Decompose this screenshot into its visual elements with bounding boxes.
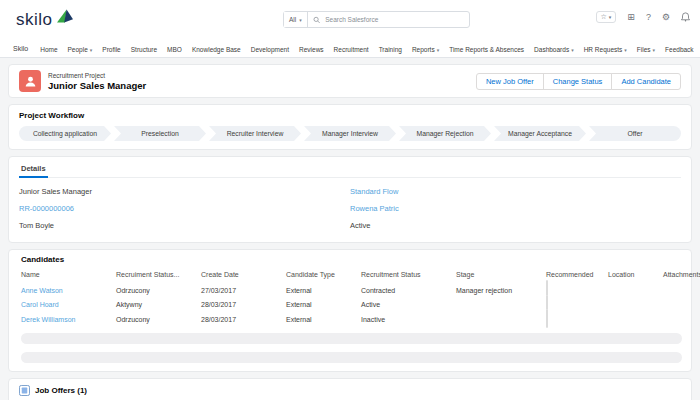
detail-field-junior-sales-manager: Junior Sales Manager bbox=[19, 183, 350, 200]
cell-create-date: 27/03/2017 bbox=[201, 287, 286, 294]
nav-tab-reviews[interactable]: Reviews bbox=[297, 40, 326, 57]
detail-field-rr-0000000006[interactable]: RR-0000000006 bbox=[19, 200, 350, 217]
column-header-candidate-type[interactable]: Candidate Type bbox=[286, 268, 361, 281]
search-input[interactable] bbox=[323, 15, 464, 24]
record-identity: Recruitment Project Junior Sales Manager bbox=[19, 70, 146, 92]
tab-details[interactable]: Details bbox=[19, 162, 48, 178]
search-scope-label: All bbox=[289, 16, 296, 23]
workflow-stage-manager-acceptance[interactable]: Manager Acceptance bbox=[494, 126, 586, 141]
table-row: Derek WilliamsonOdrzucony28/03/2017Exter… bbox=[9, 310, 691, 325]
job-offers-title: Job Offers (1) bbox=[35, 386, 87, 395]
logo-text: skilo bbox=[16, 11, 53, 28]
placeholder-bar bbox=[21, 352, 682, 363]
column-header-location[interactable]: Location bbox=[608, 268, 663, 281]
nav-tab-feedback[interactable]: Feedback bbox=[663, 40, 696, 57]
workflow-stage-manager-rejection[interactable]: Manager Rejection bbox=[399, 126, 491, 141]
record-header-card: Recruitment Project Junior Sales Manager… bbox=[8, 64, 692, 98]
workflow-stage-manager-interview[interactable]: Manager Interview bbox=[304, 126, 396, 141]
column-header-recruitment-status[interactable]: Recruitment Status bbox=[361, 268, 456, 281]
new-job-offer-button[interactable]: New Job Offer bbox=[476, 73, 544, 90]
nav-tab-mbo[interactable]: MBO bbox=[165, 40, 184, 57]
nav-tab-label: Home bbox=[40, 46, 57, 53]
nav-tab-dashboards[interactable]: Dashboards▾ bbox=[532, 40, 576, 57]
chevron-down-icon: ▾ bbox=[609, 14, 612, 20]
search-icon bbox=[313, 16, 320, 24]
global-search: All ▾ bbox=[283, 11, 470, 28]
nav-tab-label: Files bbox=[637, 46, 651, 53]
nav-tab-profile[interactable]: Profile bbox=[100, 40, 122, 57]
nav-tab-label: People bbox=[68, 46, 88, 53]
nav-tab-label: Training bbox=[379, 46, 402, 53]
details-card: Details Junior Sales ManagerRR-000000000… bbox=[8, 156, 692, 243]
help-icon[interactable]: ? bbox=[646, 13, 651, 22]
workflow-title: Project Workflow bbox=[19, 111, 681, 120]
nav-tab-recruitment[interactable]: Recruitment bbox=[332, 40, 371, 57]
cell-recommended bbox=[546, 310, 608, 328]
workflow-path: Collecting applicationPreselectionRecrui… bbox=[19, 126, 681, 141]
nav-tab-label: Reviews bbox=[299, 46, 324, 53]
nav-tab-structure[interactable]: Structure bbox=[129, 40, 159, 57]
candidates-table-body: Anne WatsonOdrzucony27/03/2017ExternalCo… bbox=[9, 281, 691, 325]
candidate-name-link[interactable]: Carol Hoard bbox=[21, 301, 116, 308]
cell-candidate-type: External bbox=[286, 316, 361, 323]
search-box bbox=[308, 12, 469, 27]
nav-tab-label: Dashboards bbox=[534, 46, 569, 53]
column-header-recommended[interactable]: Recommended bbox=[546, 268, 608, 281]
favorites-icon[interactable]: ☆ ▾ bbox=[596, 11, 617, 23]
column-header-attachments[interactable]: Attachments bbox=[663, 268, 700, 281]
detail-field-rowena-patric[interactable]: Rowena Patric bbox=[350, 200, 681, 217]
chevron-down-icon: ▾ bbox=[299, 17, 302, 23]
nav-tab-training[interactable]: Training bbox=[377, 40, 404, 57]
add-box-icon[interactable]: ⊞ bbox=[627, 13, 635, 22]
details-right-column: Standard FlowRowena PatricActive bbox=[350, 183, 681, 234]
nav-tab-home[interactable]: Home bbox=[38, 40, 59, 57]
workflow-stage-offer[interactable]: Offer bbox=[589, 126, 681, 141]
candidate-name-link[interactable]: Derek Williamson bbox=[21, 316, 116, 323]
job-offers-card: Job Offers (1) bbox=[8, 378, 692, 400]
cell-candidate-type: External bbox=[286, 287, 361, 294]
nav-tab-time-reports-absences[interactable]: Time Reports & Absences bbox=[447, 40, 526, 57]
nav-tab-label: MBO bbox=[167, 46, 182, 53]
notifications-bell-icon[interactable] bbox=[681, 12, 690, 22]
logo-triangle-icon bbox=[55, 8, 75, 24]
workflow-stage-recruiter-interview[interactable]: Recruiter Interview bbox=[209, 126, 301, 141]
navigation-bar: Skilo HomePeople▾ProfileStructureMBOKnow… bbox=[0, 40, 700, 58]
candidate-name-link[interactable]: Anne Watson bbox=[21, 287, 116, 294]
workflow-stage-preselection[interactable]: Preselection bbox=[114, 126, 206, 141]
job-offers-header[interactable]: Job Offers (1) bbox=[19, 385, 681, 396]
column-header-name[interactable]: Name bbox=[21, 268, 116, 281]
change-status-button[interactable]: Change Status bbox=[543, 73, 613, 90]
nav-tab-knowledge-base[interactable]: Knowledge Base bbox=[190, 40, 243, 57]
column-header-stage[interactable]: Stage bbox=[456, 268, 546, 281]
cell-recruitment-status: Active bbox=[361, 301, 456, 308]
nav-tab-reports[interactable]: Reports▾ bbox=[410, 40, 441, 57]
project-workflow-card: Project Workflow Collecting applicationP… bbox=[8, 104, 692, 150]
nav-tab-label: Knowledge Base bbox=[192, 46, 241, 53]
column-header-create-date[interactable]: Create Date bbox=[201, 268, 286, 281]
nav-tab-people[interactable]: People▾ bbox=[66, 40, 95, 57]
workflow-stage-collecting-application[interactable]: Collecting application bbox=[19, 126, 111, 141]
candidates-table-header: NameRecruiment Status...Create DateCandi… bbox=[9, 268, 691, 281]
candidates-card: Candidates NameRecruiment Status...Creat… bbox=[8, 249, 692, 372]
setup-gear-icon[interactable]: ⚙ bbox=[662, 13, 670, 22]
recommended-checkbox[interactable] bbox=[546, 309, 548, 328]
nav-tab-files[interactable]: Files▾ bbox=[635, 40, 657, 57]
nav-tab-label: Feedback bbox=[665, 46, 694, 53]
nav-tab-development[interactable]: Development bbox=[249, 40, 291, 57]
search-scope-button[interactable]: All ▾ bbox=[284, 12, 308, 27]
column-header-recruiment-status[interactable]: Recruiment Status... bbox=[116, 268, 201, 281]
cell-recruitment-status: Inactive bbox=[361, 316, 456, 323]
nav-tabs: HomePeople▾ProfileStructureMBOKnowledge … bbox=[38, 40, 700, 57]
details-left-column: Junior Sales ManagerRR-0000000006Tom Boy… bbox=[19, 183, 350, 234]
app-name-label: Skilo bbox=[13, 45, 28, 52]
skilo-logo[interactable]: skilo bbox=[16, 8, 75, 28]
chevron-down-icon: ▾ bbox=[90, 47, 93, 53]
detail-field-standard-flow[interactable]: Standard Flow bbox=[350, 183, 681, 200]
nav-tab-hr-requests[interactable]: HR Requests▾ bbox=[582, 40, 629, 57]
star-icon: ☆ bbox=[601, 13, 607, 21]
header-utility-icons: ☆ ▾ ⊞ ? ⚙ bbox=[596, 11, 690, 23]
chevron-down-icon: ▾ bbox=[653, 47, 656, 53]
recruitment-project-icon bbox=[19, 70, 41, 92]
add-candidate-button[interactable]: Add Candidate bbox=[611, 73, 681, 90]
cell-recruiment-status: Odrzucony bbox=[116, 316, 201, 323]
